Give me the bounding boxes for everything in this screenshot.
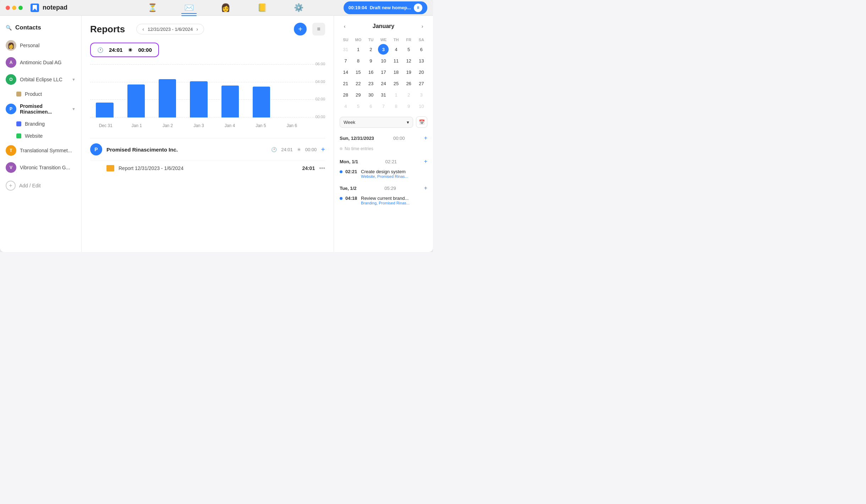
entry-tags-1: Branding, Promised Rinas...	[361, 201, 427, 205]
sidebar-item-vibronic[interactable]: V Vibronic Transition G...	[0, 159, 81, 176]
filter-button[interactable]: ≡	[312, 23, 325, 35]
cal-day-25[interactable]: 25	[391, 78, 401, 89]
cal-day-6[interactable]: 6	[416, 44, 427, 55]
cal-day-21[interactable]: 21	[340, 78, 351, 89]
cal-day-11[interactable]: 11	[391, 55, 401, 66]
traffic-lights	[6, 6, 23, 10]
cal-day-7-next[interactable]: 7	[378, 101, 389, 111]
tue-add-button[interactable]: +	[424, 185, 427, 191]
cal-day-2-next[interactable]: 2	[404, 89, 414, 100]
cal-day-8[interactable]: 8	[353, 55, 363, 66]
sidebar-item-personal[interactable]: 👩 Personal	[0, 37, 81, 54]
cal-day-9[interactable]: 9	[366, 55, 376, 66]
cal-day-14[interactable]: 14	[340, 67, 351, 77]
search-icon[interactable]: 🔍	[6, 25, 12, 31]
nav-gear[interactable]: ⚙️	[291, 2, 306, 14]
sidebar-item-branding[interactable]: Branding	[0, 118, 81, 130]
cal-day-16[interactable]: 16	[366, 67, 376, 77]
add-report-button[interactable]: +	[294, 23, 307, 35]
cal-next-button[interactable]: ›	[417, 21, 427, 31]
entry-review-brand: 04:18 Review current brand... Branding, …	[340, 194, 427, 207]
cal-day-6-next[interactable]: 6	[366, 101, 376, 111]
view-selector: Week ▾ 📅	[340, 116, 427, 128]
date-nav[interactable]: ‹ 12/31/2023 - 1/6/2024 ›	[136, 24, 204, 34]
cal-header-fr: FR	[403, 36, 415, 43]
cal-day-2[interactable]: 2	[366, 44, 376, 55]
entry-create-design: 02:21 Create design system Website, Prom…	[340, 168, 427, 180]
cal-day-24[interactable]: 24	[378, 78, 389, 89]
report-row[interactable]: Report 12/31/2023 - 1/6/2024 24:01 •••	[90, 160, 325, 176]
cal-header-sa: SA	[415, 36, 427, 43]
cal-day-30[interactable]: 30	[366, 89, 376, 100]
more-options-button[interactable]: •••	[319, 165, 325, 171]
sidebar-item-antimonic[interactable]: A Antimonic Dual AG	[0, 54, 81, 71]
sidebar-item-promised[interactable]: P Promised Rinascimen... ▼	[0, 100, 81, 118]
maximize-button[interactable]	[18, 6, 23, 10]
sun-add-button[interactable]: +	[424, 135, 427, 141]
nav-person[interactable]: 👩	[218, 2, 233, 14]
cal-day-3-today[interactable]: 3	[378, 44, 389, 55]
cal-day-10[interactable]: 10	[378, 55, 389, 66]
cal-day-5-next[interactable]: 5	[353, 101, 363, 111]
x-label-dec31: Dec 31	[90, 123, 121, 128]
cal-day-15[interactable]: 15	[353, 67, 363, 77]
date-prev-button[interactable]: ‹	[142, 26, 145, 32]
calendar-view-button[interactable]: 📅	[416, 116, 427, 128]
cal-day-9-next[interactable]: 9	[404, 101, 414, 111]
company-add-button[interactable]: +	[321, 146, 325, 154]
bar-chart: 06:00 04:00 02:00 00:00	[90, 64, 325, 128]
mon-header: Mon, 1/1 02:21 +	[340, 158, 427, 165]
timer-badge[interactable]: 00:19:04 Draft new homep... ⏸	[344, 1, 427, 14]
cal-day-18[interactable]: 18	[391, 67, 401, 77]
sidebar-item-orbital[interactable]: O Orbital Eclipse LLC ▼	[0, 71, 81, 88]
sidebar-item-product[interactable]: Product	[0, 88, 81, 100]
tue-label: Tue, 1/2	[340, 186, 356, 191]
star-icon: ✳	[128, 47, 132, 53]
sidebar-item-translational[interactable]: T Translational Symmet...	[0, 142, 81, 159]
cal-day-22[interactable]: 22	[353, 78, 363, 89]
cal-day-13[interactable]: 13	[416, 55, 427, 66]
cal-day-8-next[interactable]: 8	[391, 101, 401, 111]
cal-day-26[interactable]: 26	[404, 78, 414, 89]
sidebar-label-vibronic: Vibronic Transition G...	[20, 165, 70, 170]
add-edit-button[interactable]: + Add / Edit	[0, 177, 81, 194]
cal-day-27[interactable]: 27	[416, 78, 427, 89]
cal-day-4-next[interactable]: 4	[340, 101, 351, 111]
sidebar-item-website[interactable]: Website	[0, 130, 81, 142]
cal-header-tu: TU	[365, 36, 377, 43]
cal-day-20[interactable]: 20	[416, 67, 427, 77]
date-next-button[interactable]: ›	[196, 26, 199, 32]
cal-day-17[interactable]: 17	[378, 67, 389, 77]
sidebar-label-translational: Translational Symmet...	[20, 148, 72, 153]
company-billable: 00:00	[305, 147, 317, 152]
x-label-jan6: Jan 6	[276, 123, 307, 128]
cal-day-5[interactable]: 5	[404, 44, 414, 55]
view-dropdown[interactable]: Week ▾	[340, 117, 413, 128]
cal-day-4[interactable]: 4	[391, 44, 401, 55]
cal-day-1[interactable]: 1	[353, 44, 363, 55]
bar-jan5	[247, 64, 276, 117]
add-edit-label: Add / Edit	[19, 183, 41, 188]
cal-day-1-next[interactable]: 1	[391, 89, 401, 100]
cal-prev-button[interactable]: ‹	[340, 21, 350, 31]
nav-hourglass[interactable]: ⏳	[145, 2, 160, 14]
cal-header-su: SU	[340, 36, 352, 43]
cal-day-28[interactable]: 28	[340, 89, 351, 100]
cal-day-19[interactable]: 19	[404, 67, 414, 77]
nav-book[interactable]: 📒	[254, 2, 270, 14]
nav-email[interactable]: ✉️	[181, 2, 197, 14]
cal-day-12[interactable]: 12	[404, 55, 414, 66]
minimize-button[interactable]	[12, 6, 16, 10]
cal-day-23[interactable]: 23	[366, 78, 376, 89]
no-dot-icon	[340, 147, 342, 150]
pause-button[interactable]: ⏸	[414, 4, 422, 12]
cal-day-29[interactable]: 29	[353, 89, 363, 100]
mon-add-button[interactable]: +	[424, 158, 427, 165]
cal-day-10-next[interactable]: 10	[416, 101, 427, 111]
cal-day-3-next[interactable]: 3	[416, 89, 427, 100]
cal-day-31[interactable]: 31	[378, 89, 389, 100]
cal-day-7[interactable]: 7	[340, 55, 351, 66]
calendar-month: January	[373, 23, 394, 29]
close-button[interactable]	[6, 6, 10, 10]
cal-day-31-prev[interactable]: 31	[340, 44, 351, 55]
